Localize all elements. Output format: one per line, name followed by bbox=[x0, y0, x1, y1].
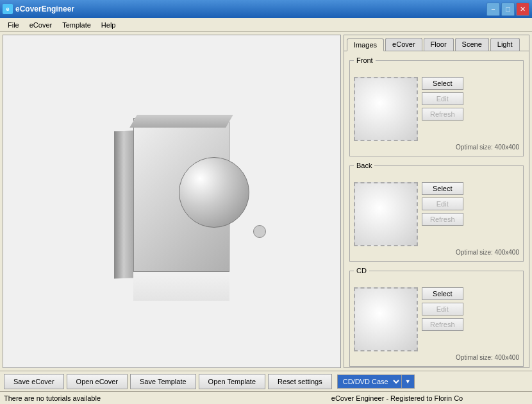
save-template-button[interactable]: Save Template bbox=[130, 374, 196, 389]
back-label: Back bbox=[354, 162, 374, 169]
menu-file[interactable]: File bbox=[3, 20, 24, 30]
cd-select-button[interactable]: Select bbox=[422, 287, 463, 300]
tab-ecover[interactable]: eCover bbox=[385, 38, 422, 51]
cd-section: CD Select Edit Refresh Optimal size: 400… bbox=[349, 267, 524, 367]
menu-template[interactable]: Template bbox=[57, 20, 96, 30]
main-area: Images eCover Floor Scene Light Front Se… bbox=[0, 32, 532, 371]
front-label: Front bbox=[354, 56, 376, 64]
menu-ecover[interactable]: eCover bbox=[24, 20, 57, 30]
front-image-preview bbox=[354, 77, 418, 141]
front-row: Select Edit Refresh bbox=[354, 77, 519, 141]
front-optimal-size: Optimal size: 400x400 bbox=[354, 144, 519, 151]
open-template-button[interactable]: Open Template bbox=[199, 374, 265, 389]
back-select-button[interactable]: Select bbox=[422, 182, 463, 195]
tab-scene[interactable]: Scene bbox=[455, 38, 489, 51]
front-refresh-button[interactable]: Refresh bbox=[422, 108, 463, 121]
back-row: Select Edit Refresh bbox=[354, 182, 519, 246]
front-section: Front Select Edit Refresh Optimal size: … bbox=[349, 56, 524, 156]
case-top bbox=[129, 115, 233, 128]
cd-hole bbox=[253, 225, 266, 238]
cd-refresh-button[interactable]: Refresh bbox=[422, 318, 463, 331]
tab-floor[interactable]: Floor bbox=[424, 38, 454, 51]
case-reflection bbox=[133, 275, 229, 301]
front-select-button[interactable]: Select bbox=[422, 77, 463, 90]
ecover-type-dropdown-container: CD/DVD Case ▼ bbox=[337, 375, 415, 389]
back-optimal-size: Optimal size: 400x400 bbox=[354, 249, 519, 256]
cd-image-preview bbox=[354, 287, 418, 351]
menu-help[interactable]: Help bbox=[96, 20, 121, 30]
back-buttons: Select Edit Refresh bbox=[422, 182, 463, 226]
maximize-button[interactable]: □ bbox=[501, 3, 515, 16]
cd-case-art bbox=[101, 112, 242, 291]
cd-optimal-size: Optimal size: 400x400 bbox=[354, 354, 519, 361]
back-section: Back Select Edit Refresh Optimal size: 4… bbox=[349, 162, 524, 262]
tab-images-content: Front Select Edit Refresh Optimal size: … bbox=[344, 51, 529, 367]
minimize-button[interactable]: − bbox=[486, 3, 500, 16]
cd-edit-button[interactable]: Edit bbox=[422, 303, 463, 316]
tab-light[interactable]: Light bbox=[490, 38, 520, 51]
status-center: eCover Engineer - Registered to Florin C… bbox=[266, 394, 528, 402]
front-buttons: Select Edit Refresh bbox=[422, 77, 463, 121]
window-controls: − □ ✕ bbox=[486, 3, 529, 16]
cd-label: CD bbox=[354, 267, 369, 274]
app-icon: e bbox=[3, 4, 13, 14]
case-front bbox=[133, 118, 229, 272]
ecover-type-select[interactable]: CD/DVD Case bbox=[337, 375, 402, 389]
status-bar: There are no tutorials available eCover … bbox=[0, 391, 532, 404]
back-edit-button[interactable]: Edit bbox=[422, 198, 463, 210]
cd-buttons: Select Edit Refresh bbox=[422, 287, 463, 331]
case-spine bbox=[114, 130, 133, 278]
right-panel: Images eCover Floor Scene Light Front Se… bbox=[344, 35, 529, 368]
tab-images[interactable]: Images bbox=[347, 38, 384, 51]
preview-panel bbox=[3, 35, 341, 368]
reset-settings-button[interactable]: Reset settings bbox=[268, 374, 332, 389]
menu-bar: File eCover Template Help bbox=[0, 18, 532, 32]
title-bar: e eCoverEngineer − □ ✕ bbox=[0, 0, 532, 18]
app-title: eCoverEngineer bbox=[15, 4, 486, 13]
back-refresh-button[interactable]: Refresh bbox=[422, 213, 463, 226]
open-ecover-button[interactable]: Open eCover bbox=[67, 374, 128, 389]
dropdown-arrow-icon[interactable]: ▼ bbox=[402, 375, 415, 389]
bottom-toolbar: Save eCover Open eCover Save Template Op… bbox=[0, 371, 532, 391]
close-button[interactable]: ✕ bbox=[516, 3, 529, 16]
tab-bar: Images eCover Floor Scene Light bbox=[344, 35, 529, 51]
save-ecover-button[interactable]: Save eCover bbox=[4, 374, 64, 389]
cd-row: Select Edit Refresh bbox=[354, 287, 519, 351]
back-image-preview bbox=[354, 182, 418, 246]
status-left: There are no tutorials available bbox=[4, 394, 266, 402]
front-edit-button[interactable]: Edit bbox=[422, 92, 463, 105]
cd-disc bbox=[179, 157, 249, 228]
